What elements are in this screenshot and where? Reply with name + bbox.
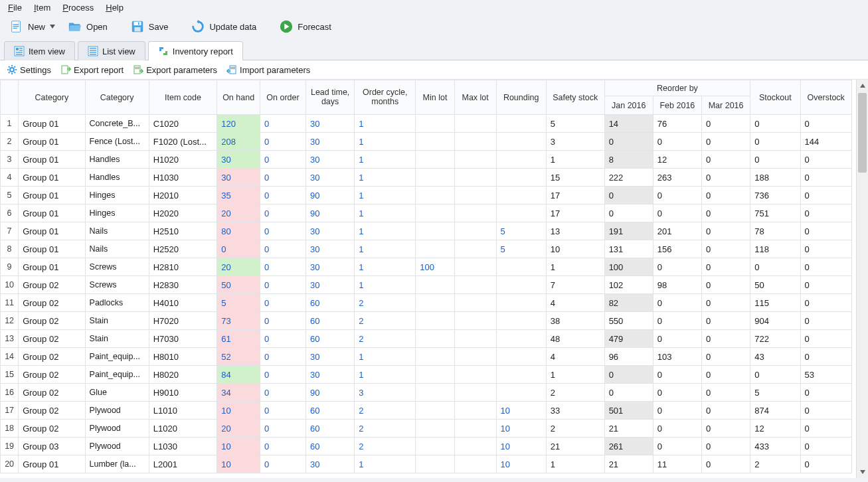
cell[interactable]: Handles [85,151,149,169]
cell[interactable]: 1 [355,455,416,473]
col-on-order[interactable]: On order [260,80,306,115]
cell[interactable]: 1 [355,204,416,222]
cell[interactable]: Stain [85,330,149,348]
table-row[interactable]: 3Group 01HandlesH10203003011812000 [1,151,852,169]
cell[interactable]: 1 [355,222,416,240]
cell[interactable]: Plywood [85,420,149,438]
cell[interactable]: 0 [800,169,852,187]
cell[interactable] [454,169,496,187]
cell[interactable]: 30 [306,366,355,384]
cell[interactable] [416,420,455,438]
cell[interactable] [496,169,546,187]
cell[interactable]: Group 01 [19,151,85,169]
cell[interactable]: 0 [653,258,701,276]
cell[interactable] [416,455,455,473]
cell[interactable]: 0 [653,366,701,384]
table-row[interactable]: 9Group 01ScrewsH281020030110011000000 [1,258,852,276]
cell[interactable]: 0 [702,151,750,169]
cell[interactable]: 17 [1,402,19,420]
cell[interactable] [496,330,546,348]
cell[interactable]: 10 [496,455,546,473]
cell[interactable]: Group 02 [19,294,85,312]
cell[interactable] [496,294,546,312]
cell[interactable] [454,187,496,204]
cell[interactable]: Group 01 [19,258,85,276]
cell[interactable] [454,455,496,473]
table-row[interactable]: 20Group 01Lumber (la...L2001100301101211… [1,455,852,473]
cell[interactable]: 1 [355,187,416,204]
cell[interactable]: 1 [355,115,416,133]
cell[interactable]: 6 [1,204,19,222]
cell[interactable]: 10 [496,420,546,438]
cell[interactable]: Hinges [85,204,149,222]
cell[interactable]: Group 01 [19,455,85,473]
cell[interactable]: 0 [260,312,306,330]
cell[interactable]: 102 [604,276,653,294]
cell[interactable]: 479 [604,330,653,348]
cell[interactable]: 2 [355,402,416,420]
cell[interactable]: Fence (Lost... [85,133,149,151]
col-reorder-by[interactable]: Reorder by [604,80,750,96]
cell[interactable]: Group 01 [19,115,85,133]
cell[interactable]: Glue [85,384,149,402]
cell[interactable]: 0 [702,204,750,222]
menu-file[interactable]: File [8,3,22,13]
cell[interactable]: 30 [306,258,355,276]
cell[interactable] [416,133,455,151]
table-row[interactable]: 15Group 02Paint_equip...H802084030110000… [1,366,852,384]
cell[interactable]: 0 [800,222,852,240]
cell[interactable]: 10 [546,240,604,258]
col-category2[interactable]: Category [85,80,149,115]
cell[interactable]: 4 [1,169,19,187]
forecast-button[interactable]: Forecast [275,18,335,35]
cell[interactable]: H2510 [149,222,217,240]
cell[interactable] [416,348,455,366]
cell[interactable]: 0 [653,420,701,438]
cell[interactable]: H8020 [149,366,217,384]
cell[interactable] [496,115,546,133]
cell[interactable]: 3 [546,133,604,151]
cell[interactable]: 0 [800,420,852,438]
cell[interactable]: 0 [702,366,750,384]
tab-list-view[interactable]: List view [78,41,145,60]
cell[interactable] [416,276,455,294]
cell[interactable]: 0 [800,115,852,133]
cell[interactable]: 13 [1,330,19,348]
vertical-scrollbar[interactable] [856,80,868,478]
cell[interactable]: 0 [702,240,750,258]
cell[interactable]: 82 [604,294,653,312]
cell[interactable]: 0 [653,294,701,312]
cell[interactable]: 0 [260,348,306,366]
cell[interactable]: 10 [496,438,546,455]
cell[interactable]: 10 [496,402,546,420]
cell[interactable] [454,438,496,455]
cell[interactable] [454,115,496,133]
cell[interactable]: 131 [604,240,653,258]
cell[interactable]: 0 [800,258,852,276]
cell[interactable]: 1 [355,348,416,366]
cell[interactable]: 208 [217,133,260,151]
cell[interactable]: 0 [750,151,800,169]
cell[interactable]: 0 [260,402,306,420]
cell[interactable]: 15 [1,366,19,384]
cell[interactable]: 0 [260,151,306,169]
cell[interactable] [454,133,496,151]
cell[interactable]: 103 [653,348,701,366]
cell[interactable]: 8 [1,240,19,258]
cell[interactable]: 61 [217,330,260,348]
cell[interactable]: 73 [217,312,260,330]
cell[interactable] [454,366,496,384]
col-month-jan[interactable]: Jan 2016 [604,96,653,115]
cell[interactable]: 0 [800,151,852,169]
cell[interactable]: 30 [306,169,355,187]
cell[interactable]: 0 [653,438,701,455]
cell[interactable]: 0 [260,133,306,151]
cell[interactable]: 261 [604,438,653,455]
cell[interactable]: 0 [260,384,306,402]
cell[interactable]: 17 [546,187,604,204]
cell[interactable]: F1020 (Lost... [149,133,217,151]
cell[interactable]: 0 [702,402,750,420]
cell[interactable]: 5 [546,115,604,133]
scroll-up-icon[interactable] [857,80,868,92]
col-overstock[interactable]: Overstock [800,80,852,115]
